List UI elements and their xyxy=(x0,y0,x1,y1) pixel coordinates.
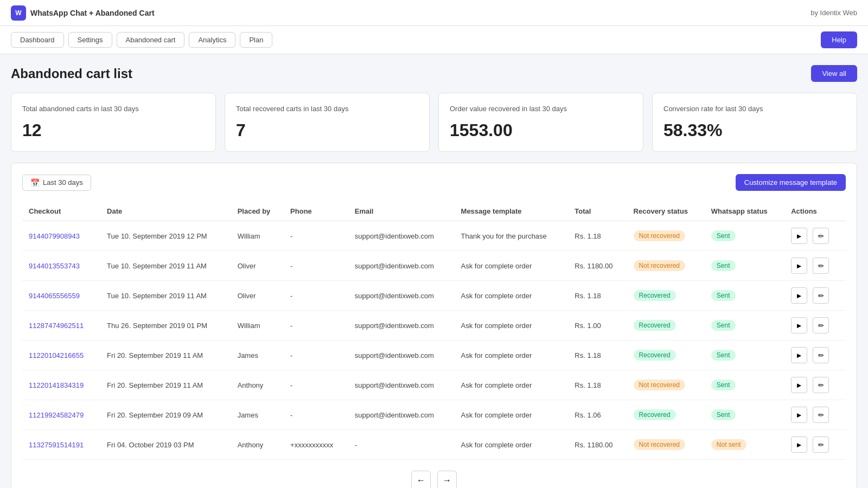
cell-actions-4: ► ✏ xyxy=(784,341,846,370)
cell-placed-by-1: Oliver xyxy=(231,251,284,281)
edit-action-button-4[interactable]: ✏ xyxy=(813,347,829,363)
stat-value-1: 7 xyxy=(236,120,418,140)
send-action-button-0[interactable]: ► xyxy=(791,228,807,244)
cell-message-template-4: Ask for complete order xyxy=(455,341,569,370)
send-action-button-4[interactable]: ► xyxy=(791,347,807,363)
cell-actions-7: ► ✏ xyxy=(784,430,846,460)
whatsapp-status-badge-3: Sent xyxy=(711,320,736,331)
cell-actions-2: ► ✏ xyxy=(784,281,846,311)
col-total: Total xyxy=(568,202,627,221)
send-action-button-5[interactable]: ► xyxy=(791,377,807,393)
date-filter-button[interactable]: 📅 Last 30 days xyxy=(22,175,91,191)
app-icon: W xyxy=(11,5,26,21)
send-action-button-1[interactable]: ► xyxy=(791,258,807,274)
cell-recovery-status-0: Not recovered xyxy=(627,221,705,251)
send-action-button-3[interactable]: ► xyxy=(791,317,807,333)
cell-actions-0: ► ✏ xyxy=(784,221,846,251)
recovery-status-badge-5: Not recovered xyxy=(634,380,685,390)
checkout-link-7[interactable]: 11327591514191 xyxy=(29,441,84,449)
table-row: 9144065556559 Tue 10. September 2019 11 … xyxy=(22,281,846,311)
cell-recovery-status-2: Recovered xyxy=(627,281,705,311)
edit-action-button-1[interactable]: ✏ xyxy=(813,258,829,274)
brand-label: by Identix Web xyxy=(810,9,857,17)
cell-total-6: Rs. 1.06 xyxy=(568,400,627,430)
cell-message-template-7: Ask for complete order xyxy=(455,430,569,460)
cell-checkout-4: 11220104216655 xyxy=(22,341,100,370)
cell-actions-5: ► ✏ xyxy=(784,370,846,400)
edit-action-button-6[interactable]: ✏ xyxy=(813,407,829,423)
cell-placed-by-4: James xyxy=(231,341,284,370)
cell-total-7: Rs. 1180.00 xyxy=(568,430,627,460)
table-row: 11220104216655 Fri 20. September 2019 11… xyxy=(22,341,846,370)
cell-actions-3: ► ✏ xyxy=(784,311,846,341)
edit-action-button-7[interactable]: ✏ xyxy=(813,436,829,453)
checkout-link-1[interactable]: 9144013553743 xyxy=(29,262,80,270)
recovery-status-badge-6: Recovered xyxy=(634,409,676,420)
checkout-link-6[interactable]: 11219924582479 xyxy=(29,411,84,419)
cell-placed-by-2: Oliver xyxy=(231,281,284,311)
customize-template-button[interactable]: Customize message template xyxy=(736,174,846,191)
edit-action-button-3[interactable]: ✏ xyxy=(813,317,829,333)
help-button[interactable]: Help xyxy=(821,31,857,48)
nav-abandoned-cart[interactable]: Abandoned cart xyxy=(117,32,185,48)
cell-whatsapp-status-4: Sent xyxy=(705,341,784,370)
prev-page-button[interactable]: ← xyxy=(411,471,431,488)
cell-email-6: support@identixweb.com xyxy=(348,400,455,430)
stat-card-1: Total recovered carts in last 30 days 7 xyxy=(225,93,430,152)
app-branding: W WhatsApp Chat + Abandoned Cart xyxy=(11,5,155,21)
nav-dashboard[interactable]: Dashboard xyxy=(11,32,64,48)
cell-date-7: Fri 04. October 2019 03 PM xyxy=(100,430,231,460)
cell-date-3: Thu 26. September 2019 01 PM xyxy=(100,311,231,341)
checkout-link-5[interactable]: 11220141834319 xyxy=(29,381,84,389)
next-page-button[interactable]: → xyxy=(437,471,457,488)
whatsapp-status-badge-1: Sent xyxy=(711,260,736,271)
actions-cell-5: ► ✏ xyxy=(791,377,839,393)
stat-value-0: 12 xyxy=(22,120,205,140)
cell-checkout-7: 11327591514191 xyxy=(22,430,100,460)
nav-settings[interactable]: Settings xyxy=(68,32,112,48)
cell-whatsapp-status-0: Sent xyxy=(705,221,784,251)
stats-grid: Total abandoned carts in last 30 days 12… xyxy=(11,93,857,152)
cell-actions-1: ► ✏ xyxy=(784,251,846,281)
date-filter-label: Last 30 days xyxy=(43,178,83,187)
cell-phone-4: - xyxy=(284,341,348,370)
cell-message-template-2: Ask for complete order xyxy=(455,281,569,311)
cell-phone-7: +xxxxxxxxxxx xyxy=(284,430,348,460)
cell-email-5: support@identixweb.com xyxy=(348,370,455,400)
view-all-button[interactable]: View all xyxy=(811,65,857,82)
cell-total-4: Rs. 1.18 xyxy=(568,341,627,370)
edit-action-button-2[interactable]: ✏ xyxy=(813,287,829,304)
send-action-button-2[interactable]: ► xyxy=(791,287,807,304)
recovery-status-badge-0: Not recovered xyxy=(634,230,685,241)
checkout-link-2[interactable]: 9144065556559 xyxy=(29,292,80,300)
cell-phone-5: - xyxy=(284,370,348,400)
checkout-link-0[interactable]: 9144079908943 xyxy=(29,232,80,240)
cell-phone-6: - xyxy=(284,400,348,430)
cell-email-2: support@identixweb.com xyxy=(348,281,455,311)
nav-plan[interactable]: Plan xyxy=(240,32,272,48)
table-row: 11287474962511 Thu 26. September 2019 01… xyxy=(22,311,846,341)
recovery-status-badge-4: Recovered xyxy=(634,350,676,361)
send-action-button-7[interactable]: ► xyxy=(791,436,807,453)
cell-total-5: Rs. 1.18 xyxy=(568,370,627,400)
stat-card-3: Conversion rate for last 30 days 58.33% xyxy=(652,93,857,152)
edit-action-button-5[interactable]: ✏ xyxy=(813,377,829,393)
page-header: Abandoned cart list View all xyxy=(11,65,857,82)
cell-recovery-status-4: Recovered xyxy=(627,341,705,370)
recovery-status-badge-2: Recovered xyxy=(634,290,676,301)
stat-label-2: Order value recovered in last 30 days xyxy=(450,104,632,114)
table-row: 11219924582479 Fri 20. September 2019 09… xyxy=(22,400,846,430)
edit-action-button-0[interactable]: ✏ xyxy=(813,228,829,244)
cell-checkout-2: 9144065556559 xyxy=(22,281,100,311)
actions-cell-2: ► ✏ xyxy=(791,287,839,304)
cell-placed-by-5: Anthony xyxy=(231,370,284,400)
checkout-link-3[interactable]: 11287474962511 xyxy=(29,322,84,330)
table-container: 📅 Last 30 days Customize message templat… xyxy=(11,163,857,488)
main-content: Abandoned cart list View all Total aband… xyxy=(0,54,868,488)
send-action-button-6[interactable]: ► xyxy=(791,407,807,423)
nav-analytics[interactable]: Analytics xyxy=(189,32,235,48)
cell-email-4: support@identixweb.com xyxy=(348,341,455,370)
whatsapp-status-badge-7: Not sent xyxy=(711,439,746,450)
checkout-link-4[interactable]: 11220104216655 xyxy=(29,351,84,359)
whatsapp-status-badge-0: Sent xyxy=(711,230,736,241)
